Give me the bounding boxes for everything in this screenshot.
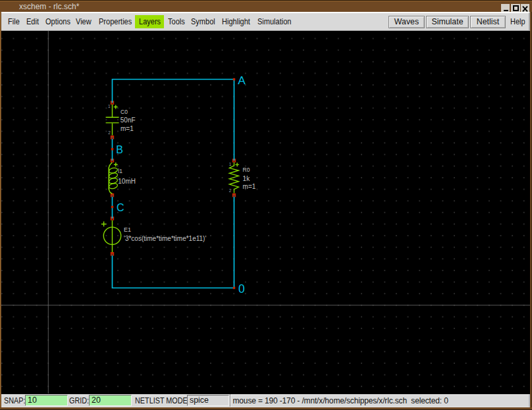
svg-text:A: A <box>238 74 246 87</box>
svg-text:50nF: 50nF <box>120 116 136 124</box>
svg-text:2: 2 <box>229 188 232 193</box>
svg-text:C: C <box>117 202 124 213</box>
svg-text:1k: 1k <box>243 175 251 182</box>
svg-text:1: 1 <box>108 104 111 109</box>
svg-text:2: 2 <box>108 130 111 135</box>
svg-text:R0: R0 <box>243 167 250 173</box>
svg-text:m=1: m=1 <box>120 125 134 132</box>
svg-text:E1: E1 <box>124 226 131 233</box>
svg-text:m=1: m=1 <box>243 183 256 190</box>
svg-text:B: B <box>116 144 123 155</box>
svg-text:C0: C0 <box>120 109 128 115</box>
svg-text:1: 1 <box>229 162 232 167</box>
svg-text:l1: l1 <box>118 168 122 174</box>
svg-text:10mH: 10mH <box>118 178 136 185</box>
svg-text:'3*cos(time*time*time*1e11)': '3*cos(time*time*time*1e11)' <box>124 235 206 242</box>
svg-text:0: 0 <box>238 282 245 295</box>
